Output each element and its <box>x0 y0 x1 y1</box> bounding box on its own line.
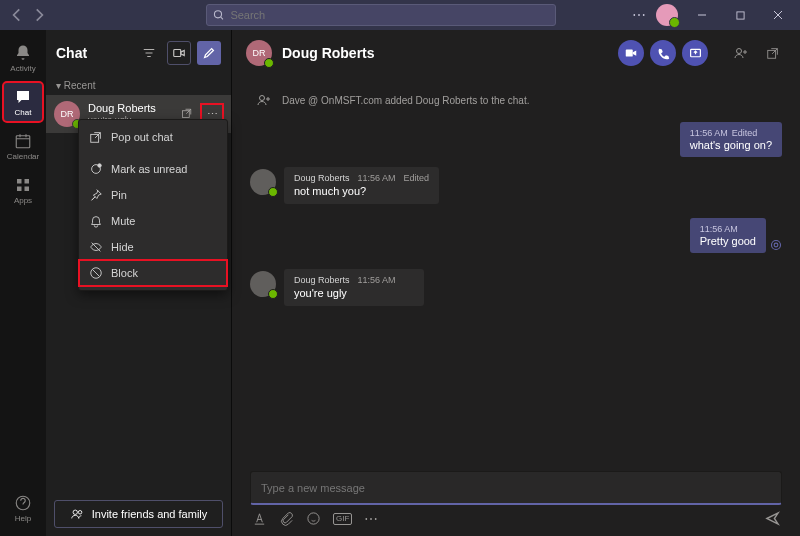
message-time: 11:56 AM <box>700 224 738 234</box>
people-icon <box>70 507 84 521</box>
menu-mark-as-unread[interactable]: Mark as unread <box>79 156 227 182</box>
svg-rect-5 <box>17 186 22 191</box>
chat-list-panel: Chat ▾ Recent DR Doug Roberts you're ugl… <box>46 30 232 536</box>
svg-point-15 <box>78 511 82 515</box>
contact-avatar: DR <box>54 101 80 127</box>
chat-header-name: Doug Roberts <box>282 45 375 61</box>
left-rail: Activity Chat Calendar Apps Help <box>0 30 46 536</box>
menu-pin[interactable]: Pin <box>79 182 227 208</box>
message-body: you're ugly <box>294 287 414 299</box>
svg-rect-2 <box>16 135 30 147</box>
window-close-button[interactable] <box>764 4 792 26</box>
svg-rect-3 <box>17 179 22 184</box>
svg-rect-6 <box>25 186 30 191</box>
message-time: 11:56 AM <box>358 275 396 285</box>
svg-point-12 <box>98 164 102 168</box>
search-input[interactable] <box>230 9 549 21</box>
message-outgoing: 11:56 AM Pretty good <box>250 218 782 253</box>
message-body: not much you? <box>294 185 429 197</box>
new-chat-button[interactable] <box>197 41 221 65</box>
svg-rect-1 <box>736 11 743 18</box>
window-minimize-button[interactable] <box>688 4 716 26</box>
audio-call-button[interactable] <box>650 40 676 66</box>
titlebar: ⋯ <box>0 0 800 30</box>
svg-point-20 <box>260 96 265 101</box>
chat-list-header: Chat <box>46 30 231 76</box>
more-compose-options[interactable]: ⋯ <box>364 511 378 526</box>
message-incoming: Doug Roberts11:56 AM you're ugly <box>250 269 782 306</box>
current-user-avatar[interactable] <box>656 4 678 26</box>
menu-pop-out-chat[interactable]: Pop out chat <box>79 124 227 150</box>
invite-friends-button[interactable]: Invite friends and family <box>54 500 223 528</box>
rail-label: Calendar <box>7 152 39 161</box>
format-icon[interactable] <box>252 511 267 526</box>
edited-label: Edited <box>404 173 430 183</box>
gif-button[interactable]: GIF <box>333 513 352 525</box>
system-message: Dave @ OnMSFT.com added Doug Roberts to … <box>250 86 782 122</box>
search-box[interactable] <box>206 4 556 26</box>
person-add-icon <box>256 92 272 108</box>
window-maximize-button[interactable] <box>726 4 754 26</box>
svg-point-14 <box>73 510 77 514</box>
video-call-button[interactable] <box>618 40 644 66</box>
meet-now-button[interactable] <box>167 41 191 65</box>
nav-forward-button[interactable] <box>30 6 48 24</box>
rail-item-chat[interactable]: Chat <box>3 82 43 122</box>
message-incoming: Doug Roberts11:56 AMEdited not much you? <box>250 167 782 204</box>
attach-icon[interactable] <box>279 511 294 526</box>
svg-point-22 <box>774 243 778 247</box>
svg-point-21 <box>772 241 781 250</box>
sender-avatar[interactable] <box>250 271 276 297</box>
compose-input[interactable] <box>261 482 771 494</box>
rail-item-apps[interactable]: Apps <box>3 170 43 210</box>
rail-label: Apps <box>14 196 32 205</box>
menu-hide[interactable]: Hide <box>79 234 227 260</box>
svg-rect-4 <box>25 179 30 184</box>
chat-header-avatar[interactable]: DR <box>246 40 272 66</box>
rail-label: Chat <box>15 108 32 117</box>
svg-point-0 <box>214 11 221 18</box>
chat-main: DR Doug Roberts Dave @ OnMSFT.com added … <box>232 30 800 536</box>
read-receipt-icon <box>770 239 782 253</box>
rail-item-calendar[interactable]: Calendar <box>3 126 43 166</box>
sender-avatar[interactable] <box>250 169 276 195</box>
message-outgoing: 11:56 AMEdited what's going on? <box>250 122 782 157</box>
section-recent[interactable]: ▾ Recent <box>46 76 231 95</box>
settings-more-button[interactable]: ⋯ <box>632 7 646 23</box>
chat-list-title: Chat <box>56 45 131 61</box>
svg-rect-16 <box>626 50 633 57</box>
share-screen-button[interactable] <box>682 40 708 66</box>
message-time: 11:56 AM <box>690 128 728 138</box>
nav-back-button[interactable] <box>8 6 26 24</box>
edited-label: Edited <box>732 128 758 138</box>
message-list: Dave @ OnMSFT.com added Doug Roberts to … <box>232 76 800 471</box>
filter-button[interactable] <box>137 41 161 65</box>
search-icon <box>213 9 224 21</box>
rail-item-activity[interactable]: Activity <box>3 38 43 78</box>
svg-point-23 <box>308 513 319 524</box>
rail-item-help[interactable]: Help <box>3 488 43 528</box>
sender-name: Doug Roberts <box>294 173 350 183</box>
sender-name: Doug Roberts <box>294 275 350 285</box>
message-body: Pretty good <box>700 235 756 247</box>
message-composer: GIF ⋯ <box>232 471 800 536</box>
menu-block[interactable]: Block <box>79 260 227 286</box>
contact-name: Doug Roberts <box>88 102 173 115</box>
svg-rect-8 <box>174 50 181 57</box>
rail-label: Help <box>15 514 31 523</box>
svg-point-18 <box>737 49 742 54</box>
chat-context-menu: Pop out chat Mark as unread Pin Mute Hid… <box>78 119 228 291</box>
menu-mute[interactable]: Mute <box>79 208 227 234</box>
chat-header: DR Doug Roberts <box>232 30 800 76</box>
message-time: 11:56 AM <box>358 173 396 183</box>
popout-chat-button[interactable] <box>760 40 786 66</box>
add-people-button[interactable] <box>728 40 754 66</box>
message-body: what's going on? <box>690 139 772 151</box>
compose-input-box[interactable] <box>250 471 782 505</box>
rail-label: Activity <box>10 64 35 73</box>
emoji-icon[interactable] <box>306 511 321 526</box>
send-button[interactable] <box>765 511 780 526</box>
